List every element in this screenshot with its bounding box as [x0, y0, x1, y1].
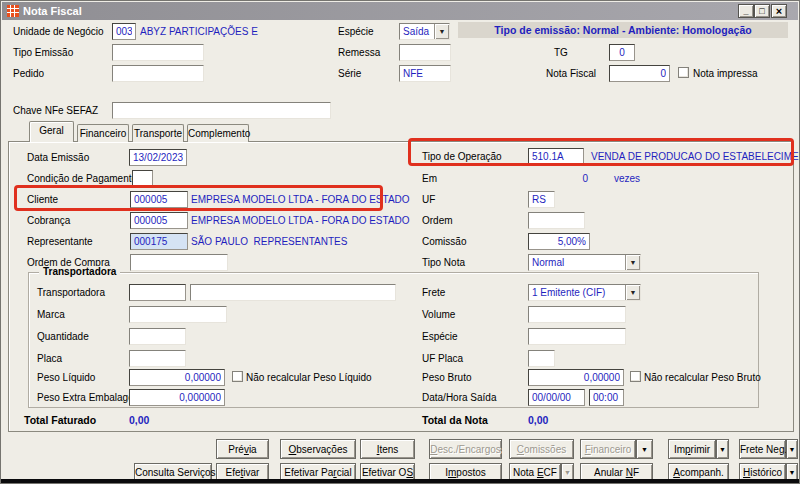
imprimir-button[interactable]: Imprimir	[668, 439, 716, 459]
transportadora-name-field[interactable]	[190, 284, 396, 301]
chave-nfe-field[interactable]	[112, 102, 331, 119]
unidade-negocio-label: Unidade de Negócio	[13, 26, 104, 37]
comissao-field[interactable]	[528, 233, 590, 250]
frete-neg-button[interactable]: Frete Neg.	[739, 439, 786, 459]
remessa-label: Remessa	[338, 47, 380, 58]
volume-field[interactable]	[528, 306, 626, 323]
tipo-operacao-label: Tipo de Operação	[422, 151, 502, 162]
cobranca-name: EMPRESA MODELO LTDA - FORA DO ESTADO	[191, 215, 410, 226]
em-label: Em	[422, 173, 437, 184]
ordem-label: Ordem	[422, 215, 453, 226]
maximize-button[interactable]: □	[754, 4, 770, 18]
marca-field[interactable]	[129, 306, 227, 323]
cliente-field[interactable]	[130, 191, 188, 208]
especie-transp-label: Espécie	[422, 331, 458, 342]
condicao-pagamento-field[interactable]	[132, 170, 153, 187]
minimize-button[interactable]: _	[738, 4, 754, 18]
nao-recalcular-peso-liquido-checkbox[interactable]	[232, 371, 243, 382]
representante-field[interactable]	[130, 233, 188, 250]
uf-label: UF	[422, 194, 435, 205]
tab-complemento[interactable]: Complemento	[187, 124, 249, 142]
total-nota-value: 0,00	[528, 414, 548, 426]
ordem-compra-field[interactable]	[130, 254, 228, 271]
tg-field[interactable]	[609, 44, 635, 61]
serie-field[interactable]	[399, 65, 451, 82]
chevron-down-icon[interactable]: ▼	[625, 285, 640, 300]
placa-label: Placa	[37, 353, 62, 364]
data-emissao-label: Data Emissão	[27, 152, 89, 163]
ordem-field[interactable]	[528, 212, 585, 229]
pedido-field[interactable]	[112, 65, 204, 82]
close-button[interactable]: ×	[771, 4, 787, 18]
app-icon	[7, 5, 19, 17]
volume-label: Volume	[422, 309, 455, 320]
total-faturado-value: 0,00	[129, 414, 149, 426]
tipo-nota-label: Tipo Nota	[422, 257, 465, 268]
frete-dropdown[interactable]: 1 Emitente (CIF) ▼	[528, 284, 641, 301]
frete-neg-dropdown-arrow[interactable]: ▼	[786, 439, 798, 459]
quantidade-label: Quantidade	[37, 331, 89, 342]
transportadora-label: Transportadora	[37, 287, 105, 298]
tipo-nota-value: Normal	[532, 257, 564, 268]
representante-label: Representante	[27, 236, 93, 247]
uf-placa-label: UF Placa	[422, 353, 463, 364]
condicao-pagamento-label: Condição de Pagamento	[27, 173, 137, 184]
peso-extra-field[interactable]	[129, 389, 225, 406]
especie-label: Espécie	[338, 26, 374, 37]
data-hora-saida-label: Data/Hora Saída	[422, 392, 497, 403]
cobranca-label: Cobrança	[27, 215, 70, 226]
marca-label: Marca	[37, 309, 65, 320]
peso-extra-label: Peso Extra Embalagem	[37, 392, 142, 403]
pedido-label: Pedido	[13, 68, 44, 79]
unidade-negocio-name: ABYZ PARTICIPAÇÕES E	[140, 26, 258, 37]
especie-dropdown[interactable]: Saída ▼	[399, 23, 450, 40]
tab-transporte[interactable]: Transporte	[132, 124, 184, 142]
financeiro-dropdown-arrow[interactable]: ▼	[636, 439, 653, 459]
imprimir-dropdown-arrow[interactable]: ▼	[716, 439, 729, 459]
peso-liquido-field[interactable]	[129, 369, 225, 386]
peso-bruto-label: Peso Bruto	[422, 372, 471, 383]
tipo-emissao-field[interactable]	[112, 44, 204, 61]
serie-label: Série	[338, 68, 361, 79]
chevron-down-icon[interactable]: ▼	[434, 24, 449, 39]
data-emissao-field[interactable]	[129, 149, 187, 166]
tipo-operacao-field[interactable]	[528, 148, 584, 165]
tipo-operacao-name: VENDA DE PRODUCAO DO ESTABELECIMENTO	[591, 151, 800, 162]
quantidade-field[interactable]	[129, 328, 186, 345]
nota-fiscal-window: Nota Fiscal _ □ × Unidade de Negócio ABY…	[0, 0, 800, 484]
em-suffix: vezes	[614, 173, 640, 184]
nota-fiscal-field[interactable]	[609, 65, 670, 82]
cobranca-field[interactable]	[130, 212, 188, 229]
placa-field[interactable]	[129, 350, 186, 367]
nao-recalcular-peso-bruto-checkbox[interactable]	[630, 371, 641, 382]
peso-liquido-label: Peso Líquido	[37, 372, 95, 383]
nota-impressa-label: Nota impressa	[693, 68, 757, 79]
nota-impressa-checkbox[interactable]	[678, 67, 689, 78]
uf-placa-field[interactable]	[528, 350, 555, 367]
total-nota-label: Total da Nota	[422, 414, 488, 426]
especie-transp-field[interactable]	[528, 328, 626, 345]
window-title: Nota Fiscal	[23, 5, 82, 17]
transportadora-code-field[interactable]	[129, 284, 186, 301]
hora-saida-field[interactable]	[589, 389, 624, 406]
financeiro-button: Financeiro	[580, 439, 636, 459]
tab-financeiro[interactable]: Financeiro	[77, 124, 129, 142]
especie-value: Saída	[403, 26, 429, 37]
remessa-field[interactable]	[399, 44, 451, 61]
tipo-emissao-label: Tipo Emissão	[13, 47, 73, 58]
data-saida-field[interactable]	[528, 389, 585, 406]
transportadora-legend: Transportadora	[39, 266, 120, 277]
total-faturado-label: Total Faturado	[24, 414, 96, 426]
tab-geral[interactable]: Geral	[29, 121, 74, 142]
tg-label: TG	[554, 47, 568, 58]
peso-bruto-field[interactable]	[528, 369, 624, 386]
chevron-down-icon[interactable]: ▼	[625, 255, 640, 270]
itens-button[interactable]: Itens	[360, 439, 415, 459]
uf-field[interactable]	[528, 191, 555, 208]
unidade-negocio-field[interactable]	[112, 23, 136, 40]
observacoes-button[interactable]: Observações	[280, 439, 356, 459]
tipo-nota-dropdown[interactable]: Normal ▼	[528, 254, 641, 271]
comissoes-button: Comissões	[509, 439, 574, 459]
previa-button[interactable]: Prévia	[216, 439, 269, 459]
titlebar[interactable]: Nota Fiscal _ □ ×	[2, 2, 798, 20]
